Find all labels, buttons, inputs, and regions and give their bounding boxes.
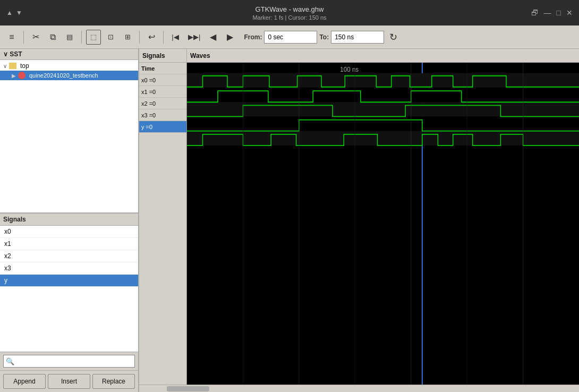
undo-button[interactable]: ↩ bbox=[144, 30, 159, 45]
sst-tree-item-top[interactable]: ∨ top bbox=[0, 61, 138, 71]
close-button[interactable]: ✕ bbox=[566, 8, 573, 17]
insert-button[interactable]: Insert bbox=[48, 374, 90, 389]
sst-header: ∨ SST bbox=[0, 49, 138, 60]
to-label: To: bbox=[319, 33, 329, 41]
sst-tree-item-testbench[interactable]: ▶ quine20241020_testbench bbox=[0, 71, 138, 80]
signal-item-x2[interactable]: x2 bbox=[0, 250, 138, 262]
sst-section: ∨ SST ∨ top ▶ quine20241020_testbench bbox=[0, 49, 138, 214]
waveform-area[interactable]: 100 ns bbox=[187, 63, 579, 385]
signals-panel-header: Signals bbox=[0, 214, 138, 226]
append-button[interactable]: Append bbox=[3, 374, 46, 389]
signal-item-y[interactable]: y bbox=[0, 275, 138, 287]
window-controls[interactable]: 🗗 — □ ✕ bbox=[531, 8, 573, 17]
down-arrow-icon[interactable]: ▼ bbox=[16, 9, 22, 16]
signal-item-x0[interactable]: x0 bbox=[0, 226, 138, 238]
toolbar: ≡ ✂ ⧉ ▤ ⬚ ⊡ ⊞ ↩ |◀ ▶▶| ◀ ▶ From: To: ↻ bbox=[0, 25, 579, 49]
toolbar-separator-2 bbox=[81, 31, 82, 44]
wave-content: Time x0 =0 x1 =0 x2 =0 x3 =0 y =0 100 ns bbox=[139, 63, 579, 385]
search-input[interactable] bbox=[3, 355, 135, 368]
window-updown-controls[interactable]: ▲ ▼ bbox=[6, 9, 22, 16]
expand-icon-2: ▶ bbox=[12, 73, 16, 79]
replace-button[interactable]: Replace bbox=[92, 374, 135, 389]
svg-text:100 ns: 100 ns bbox=[340, 65, 359, 73]
svg-rect-6 bbox=[187, 116, 579, 131]
sst-top-label: top bbox=[20, 62, 29, 70]
wave-row-x2: x2 =0 bbox=[139, 98, 186, 109]
zoom-region-button[interactable]: ⊞ bbox=[120, 30, 135, 45]
wave-row-x3: x3 =0 bbox=[139, 109, 186, 121]
hamburger-menu-button[interactable]: ≡ bbox=[4, 30, 19, 45]
sst-tree[interactable]: ∨ top ▶ quine20241020_testbench bbox=[0, 60, 138, 212]
paste-button[interactable]: ▤ bbox=[62, 30, 77, 45]
maximize-button[interactable]: □ bbox=[557, 8, 561, 17]
wave-header: Signals Waves bbox=[139, 49, 579, 63]
toolbar-separator-3 bbox=[139, 31, 140, 44]
sst-module-label: quine20241020_testbench bbox=[29, 72, 98, 79]
search-icon: 🔍 bbox=[6, 357, 14, 365]
up-arrow-icon[interactable]: ▲ bbox=[6, 9, 13, 16]
select-button[interactable]: ⬚ bbox=[86, 30, 101, 45]
svg-rect-4 bbox=[187, 88, 579, 102]
from-input[interactable] bbox=[264, 31, 317, 44]
minimize-button[interactable]: — bbox=[544, 8, 551, 17]
goto-end-button[interactable]: ▶▶| bbox=[185, 30, 203, 45]
waves-col-header: Waves bbox=[187, 49, 579, 62]
titlebar: ▲ ▼ GTKWave - wave.ghw Marker: 1 fs | Cu… bbox=[0, 0, 579, 25]
goto-start-button[interactable]: |◀ bbox=[168, 30, 183, 45]
wave-row-y: y =0 bbox=[139, 121, 186, 133]
wave-row-x0: x0 =0 bbox=[139, 74, 186, 86]
waveform-scrollbar-thumb[interactable] bbox=[167, 386, 209, 391]
toolbar-separator-4 bbox=[163, 31, 164, 44]
waveform-svg: 100 ns bbox=[187, 63, 579, 385]
refresh-button[interactable]: ↻ bbox=[389, 31, 397, 43]
restore-button[interactable]: 🗗 bbox=[531, 8, 539, 17]
window-subtitle: Marker: 1 fs | Cursor: 150 ns bbox=[252, 14, 326, 21]
signal-names-col: Time x0 =0 x1 =0 x2 =0 x3 =0 y =0 bbox=[139, 63, 187, 385]
expand-icon: ∨ bbox=[3, 63, 7, 69]
cut-button[interactable]: ✂ bbox=[28, 30, 43, 45]
wave-row-x1: x1 =0 bbox=[139, 86, 186, 98]
signals-list[interactable]: x0 x1 x2 x3 y bbox=[0, 226, 138, 352]
search-box-wrap: 🔍 bbox=[0, 352, 138, 370]
prev-button[interactable]: ◀ bbox=[206, 30, 220, 45]
svg-rect-7 bbox=[187, 131, 579, 146]
wave-row-time: Time bbox=[139, 63, 186, 74]
left-panel: ∨ SST ∨ top ▶ quine20241020_testbench Si… bbox=[0, 49, 139, 392]
module-icon bbox=[18, 72, 25, 79]
next-button[interactable]: ▶ bbox=[223, 30, 237, 45]
signals-col-header: Signals bbox=[139, 49, 187, 62]
right-panel: Signals Waves Time x0 =0 x1 =0 x2 =0 x3 … bbox=[139, 49, 579, 392]
toolbar-separator-1 bbox=[23, 31, 24, 44]
signals-section: Signals x0 x1 x2 x3 y 🔍 Append Insert Re… bbox=[0, 214, 138, 392]
svg-rect-5 bbox=[187, 102, 579, 116]
main-area: ∨ SST ∨ top ▶ quine20241020_testbench Si… bbox=[0, 49, 579, 392]
copy-button[interactable]: ⧉ bbox=[45, 30, 60, 45]
from-label: From: bbox=[244, 33, 262, 41]
window-title: GTKWave - wave.ghw bbox=[256, 5, 324, 13]
signal-item-x1[interactable]: x1 bbox=[0, 238, 138, 250]
folder-icon bbox=[9, 63, 16, 69]
to-input[interactable] bbox=[331, 31, 384, 44]
zoom-fit-button[interactable]: ⊡ bbox=[103, 30, 118, 45]
waveform-scrollbar[interactable] bbox=[139, 385, 579, 392]
signal-item-x3[interactable]: x3 bbox=[0, 262, 138, 275]
bottom-buttons: Append Insert Replace bbox=[0, 370, 138, 392]
from-to-section: From: To: ↻ bbox=[244, 31, 397, 44]
